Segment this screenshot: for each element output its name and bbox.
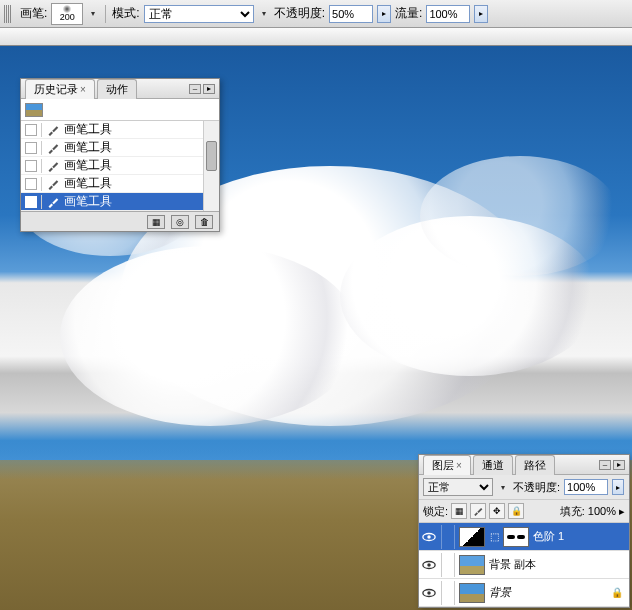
- history-item[interactable]: 画笔工具: [21, 157, 219, 175]
- tab-history[interactable]: 历史记录×: [25, 79, 95, 99]
- layer-thumbnail: [459, 583, 485, 603]
- layer-opacity-arrow[interactable]: ▸: [612, 479, 624, 495]
- brush-label: 画笔:: [20, 5, 47, 22]
- history-panel: 历史记录× 动作 – ▸ 画笔工具 画笔工具 画笔工: [20, 78, 220, 232]
- fill-arrow[interactable]: ▸: [619, 505, 625, 518]
- toolbar-grip[interactable]: [4, 5, 12, 23]
- lock-label: 锁定:: [423, 504, 448, 519]
- fill-input[interactable]: 100%: [588, 505, 616, 517]
- history-snapshot-row[interactable]: [21, 99, 219, 121]
- blend-mode-select[interactable]: 正常: [423, 478, 493, 496]
- svg-point-3: [427, 563, 431, 567]
- history-list: 画笔工具 画笔工具 画笔工具 画笔工具 画笔工具: [21, 121, 219, 211]
- history-item[interactable]: 画笔工具: [21, 139, 219, 157]
- panel-menu-icon[interactable]: ▸: [203, 84, 215, 94]
- cloud-shape: [420, 156, 620, 276]
- panel-minimize-icon[interactable]: –: [189, 84, 201, 94]
- lock-pixels-button[interactable]: [470, 503, 486, 519]
- svg-point-5: [427, 591, 431, 595]
- mode-dropdown-arrow[interactable]: ▾: [258, 8, 270, 20]
- layer-name[interactable]: 背景 副本: [489, 557, 536, 572]
- ruler-top[interactable]: [0, 28, 632, 46]
- opacity-arrow[interactable]: ▸: [377, 5, 391, 23]
- tab-actions[interactable]: 动作: [97, 79, 137, 99]
- opacity-label: 不透明度:: [274, 5, 325, 22]
- tab-paths[interactable]: 路径: [515, 455, 555, 475]
- brush-tool-icon: [46, 123, 60, 137]
- layer-name[interactable]: 背景: [489, 585, 511, 600]
- options-bar: 画笔: 200 ▾ 模式: 正常 ▾ 不透明度: 50% ▸ 流量: 100% …: [0, 0, 632, 28]
- snapshot-thumbnail: [25, 103, 43, 117]
- brush-tool-icon: [46, 177, 60, 191]
- visibility-toggle[interactable]: [421, 557, 437, 573]
- layer-opacity-input[interactable]: 100%: [564, 479, 608, 495]
- new-snapshot-button[interactable]: ◎: [171, 215, 189, 229]
- flow-label: 流量:: [395, 5, 422, 22]
- lock-transparency-button[interactable]: ▦: [451, 503, 467, 519]
- lock-icon: 🔒: [611, 587, 623, 598]
- adjustment-thumbnail: [459, 527, 485, 547]
- flow-input[interactable]: 100%: [426, 5, 470, 23]
- visibility-toggle[interactable]: [421, 585, 437, 601]
- lock-all-button[interactable]: 🔒: [508, 503, 524, 519]
- brush-preview[interactable]: 200: [51, 3, 83, 25]
- history-item[interactable]: 画笔工具: [21, 175, 219, 193]
- panel-menu-icon[interactable]: ▸: [613, 460, 625, 470]
- history-item[interactable]: 画笔工具: [21, 193, 219, 211]
- mode-select[interactable]: 正常: [144, 5, 254, 23]
- history-item[interactable]: 画笔工具: [21, 121, 219, 139]
- layer-opacity-label: 不透明度:: [513, 480, 560, 495]
- layers-controls-row2: 锁定: ▦ ✥ 🔒 填充: 100% ▸: [419, 500, 629, 523]
- history-scrollbar[interactable]: [203, 121, 219, 211]
- opacity-input[interactable]: 50%: [329, 5, 373, 23]
- blend-dropdown-arrow[interactable]: ▾: [497, 481, 509, 493]
- panel-minimize-icon[interactable]: –: [599, 460, 611, 470]
- layer-row[interactable]: 背景 副本: [419, 551, 629, 579]
- svg-point-1: [427, 535, 431, 539]
- flow-arrow[interactable]: ▸: [474, 5, 488, 23]
- history-footer: ▦ ◎ 🗑: [21, 211, 219, 231]
- brush-tool-icon: [46, 141, 60, 155]
- visibility-toggle[interactable]: [421, 529, 437, 545]
- tab-channels[interactable]: 通道: [473, 455, 513, 475]
- link-icon: ⬚: [489, 531, 499, 542]
- layers-panel-header[interactable]: 图层× 通道 路径 – ▸: [419, 455, 629, 475]
- mode-label: 模式:: [112, 5, 139, 22]
- cloud-shape: [60, 246, 360, 426]
- brush-dropdown-arrow[interactable]: ▾: [87, 8, 99, 20]
- layers-controls-row1: 正常 ▾ 不透明度: 100% ▸: [419, 475, 629, 500]
- brush-tool-icon: [46, 195, 60, 209]
- new-document-from-state-button[interactable]: ▦: [147, 215, 165, 229]
- layer-row[interactable]: 背景 🔒: [419, 579, 629, 607]
- brush-tool-icon: [46, 159, 60, 173]
- layer-row[interactable]: ⬚ 色阶 1: [419, 523, 629, 551]
- layers-list: ⬚ 色阶 1 背景 副本 背景 🔒: [419, 523, 629, 607]
- mask-thumbnail[interactable]: [503, 527, 529, 547]
- history-panel-header[interactable]: 历史记录× 动作 – ▸: [21, 79, 219, 99]
- fill-label: 填充:: [560, 504, 585, 519]
- lock-position-button[interactable]: ✥: [489, 503, 505, 519]
- tab-layers[interactable]: 图层×: [423, 455, 471, 475]
- delete-state-button[interactable]: 🗑: [195, 215, 213, 229]
- layer-thumbnail: [459, 555, 485, 575]
- layers-panel: 图层× 通道 路径 – ▸ 正常 ▾ 不透明度: 100% ▸ 锁定: ▦ ✥ …: [418, 454, 630, 608]
- layer-name[interactable]: 色阶 1: [533, 529, 564, 544]
